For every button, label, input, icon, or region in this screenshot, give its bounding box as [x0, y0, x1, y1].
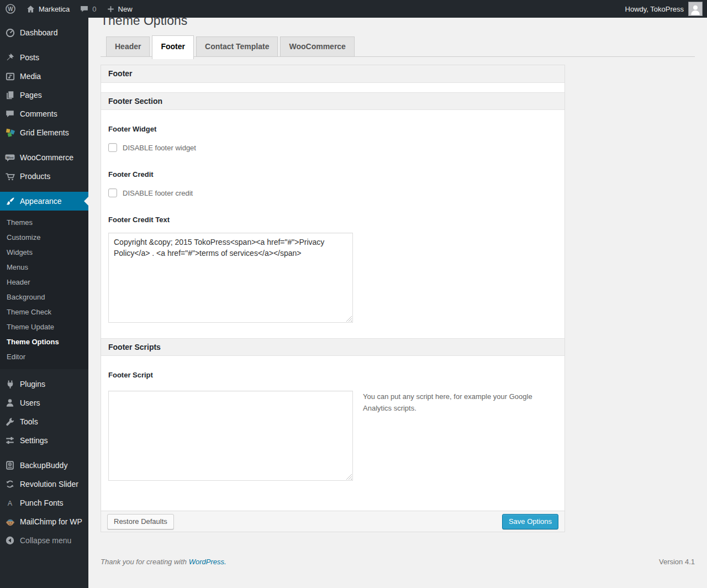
menu-separator	[0, 186, 88, 192]
account-menu[interactable]: Howdy, TokoPress	[625, 2, 707, 16]
sidebar-item-dashboard[interactable]: Dashboard	[0, 23, 88, 42]
menu-separator	[0, 42, 88, 48]
grid-elements-icon	[4, 127, 15, 138]
comment-count: 0	[92, 5, 96, 13]
sidebar-item-label: Punch Fonts	[20, 498, 64, 507]
main-content: Theme Options Header Footer Contact Temp…	[88, 0, 707, 566]
svg-text:A: A	[8, 500, 13, 507]
svg-text:W: W	[8, 6, 13, 12]
sidebar-item-plugins[interactable]: Plugins	[0, 375, 88, 393]
pushpin-icon	[4, 52, 15, 63]
tab-header[interactable]: Header	[106, 36, 150, 56]
disable-footer-widget-label: DISABLE footer widget	[123, 144, 196, 152]
tab-woocommerce[interactable]: WooCommerce	[280, 36, 354, 56]
cart-icon	[4, 171, 15, 182]
avatar	[688, 2, 703, 16]
submenu-item-theme-options[interactable]: Theme Options	[0, 334, 88, 349]
footer-section-fields: Footer Widget DISABLE footer widget Foot…	[101, 125, 564, 338]
tab-bar: Header Footer Contact Template WooCommer…	[101, 35, 695, 57]
tab-footer[interactable]: Footer	[152, 35, 194, 59]
site-name-label: Marketica	[39, 5, 70, 13]
submenu-item-themes[interactable]: Themes	[0, 215, 88, 230]
footer-scripts-fields: Footer Script You can put any script her…	[101, 371, 564, 481]
wordpress-menu[interactable]: W	[0, 0, 21, 18]
sidebar-item-punch-fonts[interactable]: A Punch Fonts	[0, 494, 88, 512]
submenu-item-background[interactable]: Background	[0, 290, 88, 305]
footer-credit-text-wrap: Copyright &copy; 2015 TokoPress<span><a …	[108, 233, 353, 323]
sidebar-item-label: Appearance	[20, 197, 62, 206]
panel-title: Footer	[101, 65, 564, 83]
submenu-item-theme-update[interactable]: Theme Update	[0, 319, 88, 334]
sidebar-item-label: Media	[20, 72, 41, 81]
admin-bar: W Marketica 0 New Howdy, TokoPress	[0, 0, 707, 18]
submenu-item-menus[interactable]: Menus	[0, 260, 88, 275]
disable-footer-credit-checkbox[interactable]	[108, 188, 117, 197]
sidebar-item-label: Grid Elements	[20, 128, 69, 137]
letter-a-icon: A	[4, 497, 15, 508]
new-label: New	[118, 5, 133, 13]
footer-script-input[interactable]	[108, 391, 353, 481]
restore-defaults-button[interactable]: Restore Defaults	[107, 514, 174, 529]
submenu-item-widgets[interactable]: Widgets	[0, 245, 88, 260]
svg-text:Woo: Woo	[7, 156, 14, 159]
sidebar-item-label: Dashboard	[20, 28, 58, 37]
sidebar-item-appearance[interactable]: Appearance	[0, 192, 88, 211]
site-name-link[interactable]: Marketica	[21, 0, 75, 18]
sidebar-item-woocommerce[interactable]: Woo WooCommerce	[0, 148, 88, 167]
save-options-button[interactable]: Save Options	[502, 514, 558, 529]
menu-separator	[0, 142, 88, 148]
sidebar-item-products[interactable]: Products	[0, 167, 88, 186]
panel-action-bar: Restore Defaults Save Options	[101, 511, 564, 532]
sidebar-item-mailchimp[interactable]: MailChimp for WP	[0, 512, 88, 531]
submenu-item-customize[interactable]: Customize	[0, 230, 88, 245]
sidebar-item-label: Tools	[20, 417, 38, 426]
paintbrush-icon	[4, 196, 15, 207]
sidebar-item-label: Settings	[20, 436, 48, 445]
wordpress-link[interactable]: WordPress.	[189, 558, 226, 566]
sidebar-item-grid-elements[interactable]: Grid Elements	[0, 123, 88, 142]
admin-sidebar: Dashboard Posts Media	[0, 18, 88, 588]
panel-spacer	[101, 83, 564, 92]
submenu-item-editor[interactable]: Editor	[0, 349, 88, 364]
new-content-button[interactable]: New	[102, 0, 138, 18]
wrench-icon	[4, 416, 15, 427]
sliders-icon	[4, 435, 15, 446]
sidebar-item-media[interactable]: Media	[0, 67, 88, 86]
sidebar-item-backupbuddy[interactable]: BackupBuddy	[0, 456, 88, 475]
footer-credit-label: Footer Credit	[108, 170, 557, 179]
sidebar-item-tools[interactable]: Tools	[0, 412, 88, 431]
footer-script-wrap	[108, 391, 353, 481]
submenu-item-header[interactable]: Header	[0, 275, 88, 290]
comments-shortcut[interactable]: 0	[75, 0, 101, 18]
menu-separator	[0, 369, 88, 375]
sidebar-item-label: BackupBuddy	[20, 461, 67, 470]
sidebar-item-label: Revolution Slider	[20, 480, 78, 489]
user-icon	[4, 397, 15, 408]
footer-credit-row: DISABLE footer credit	[108, 188, 557, 197]
sidebar-item-posts[interactable]: Posts	[0, 48, 88, 67]
footer-thanks: Thank you for creating with WordPress.	[101, 558, 226, 566]
section-title-footer-section: Footer Section	[101, 92, 564, 110]
plus-icon	[107, 5, 115, 13]
sidebar-item-pages[interactable]: Pages	[0, 86, 88, 104]
menu-separator	[0, 450, 88, 456]
sidebar-item-label: Pages	[20, 91, 42, 99]
sidebar-item-settings[interactable]: Settings	[0, 431, 88, 450]
footer-widget-label: Footer Widget	[108, 125, 557, 134]
monkey-icon	[4, 516, 15, 527]
section-title-footer-scripts: Footer Scripts	[101, 338, 564, 356]
tab-contact-template[interactable]: Contact Template	[196, 36, 278, 56]
sidebar-item-comments[interactable]: Comments	[0, 104, 88, 123]
footer-credit-text-input[interactable]: Copyright &copy; 2015 TokoPress<span><a …	[108, 233, 353, 323]
sidebar-item-label: Collapse menu	[20, 536, 71, 545]
submenu-item-theme-check[interactable]: Theme Check	[0, 305, 88, 319]
admin-footer: Thank you for creating with WordPress. V…	[101, 558, 695, 566]
sidebar-item-label: Users	[20, 398, 40, 407]
sidebar-item-revolution-slider[interactable]: Revolution Slider	[0, 475, 88, 494]
collapse-menu-button[interactable]: Collapse menu	[0, 531, 88, 550]
appearance-submenu: Themes Customize Widgets Menus Header Ba…	[0, 211, 88, 369]
media-icon	[4, 71, 15, 82]
sidebar-item-users[interactable]: Users	[0, 393, 88, 412]
disable-footer-widget-checkbox[interactable]	[108, 143, 117, 152]
comment-bubble-icon	[80, 4, 89, 14]
